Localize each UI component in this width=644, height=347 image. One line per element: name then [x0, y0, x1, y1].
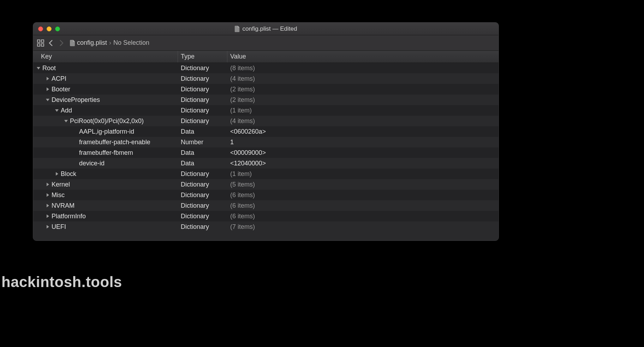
row-value[interactable]: (2 items) — [227, 96, 499, 104]
breadcrumb-file[interactable]: config.plist — [77, 39, 107, 47]
row-type[interactable]: Dictionary — [178, 202, 227, 209]
chevron-right-icon[interactable] — [45, 193, 50, 197]
chevron-right-icon[interactable] — [45, 182, 50, 187]
row-key[interactable]: device-id — [79, 160, 105, 167]
row-key[interactable]: AAPL,ig-platform-id — [79, 128, 134, 135]
chevron-down-icon[interactable] — [54, 108, 59, 113]
table-row[interactable]: ACPIDictionary(4 items) — [33, 73, 499, 84]
row-value[interactable]: <12040000> — [227, 160, 499, 167]
table-row[interactable]: BooterDictionary(2 items) — [33, 84, 499, 95]
row-value[interactable]: (6 items) — [227, 191, 499, 199]
row-value[interactable]: <0600260a> — [227, 128, 499, 135]
row-value[interactable]: 1 — [227, 139, 499, 146]
table-row[interactable]: framebuffer-patch-enableNumber1 — [33, 137, 499, 147]
table-row[interactable]: KernelDictionary(5 items) — [33, 179, 499, 190]
row-type[interactable]: Dictionary — [178, 75, 227, 83]
row-type[interactable]: Data — [178, 149, 227, 157]
row-value[interactable]: (4 items) — [227, 117, 499, 125]
table-row[interactable]: framebuffer-fbmemData<00009000> — [33, 147, 499, 158]
row-value[interactable]: (2 items) — [227, 86, 499, 93]
chevron-down-icon[interactable] — [36, 66, 41, 71]
row-key[interactable]: framebuffer-fbmem — [79, 149, 133, 157]
row-key[interactable]: Root — [42, 65, 56, 72]
row-type[interactable]: Dictionary — [178, 117, 227, 125]
row-type[interactable]: Dictionary — [178, 65, 227, 72]
row-value[interactable]: (1 item) — [227, 170, 499, 178]
svg-marker-15 — [47, 225, 49, 229]
minimize-button[interactable] — [47, 26, 52, 31]
chevron-down-icon[interactable] — [64, 118, 68, 123]
table-row[interactable]: device-idData<12040000> — [33, 158, 499, 169]
row-value[interactable]: (6 items) — [227, 213, 499, 220]
svg-marker-12 — [47, 193, 49, 197]
table-row[interactable]: DevicePropertiesDictionary(2 items) — [33, 95, 499, 105]
row-key[interactable]: DeviceProperties — [52, 96, 100, 104]
row-key[interactable]: Booter — [52, 86, 70, 93]
column-header-value[interactable]: Value — [227, 51, 499, 62]
row-type[interactable]: Data — [178, 128, 227, 135]
row-key[interactable]: Add — [61, 107, 72, 114]
row-key[interactable]: PlatformInfo — [52, 213, 86, 220]
row-type[interactable]: Dictionary — [178, 191, 227, 199]
breadcrumb[interactable]: config.plist › No Selection — [70, 39, 149, 47]
chevron-right-icon[interactable] — [45, 214, 50, 219]
chevron-right-icon[interactable] — [45, 87, 50, 92]
row-value[interactable]: (5 items) — [227, 181, 499, 188]
row-value[interactable]: (4 items) — [227, 75, 499, 83]
table-row[interactable]: RootDictionary(8 items) — [33, 63, 499, 73]
row-key[interactable]: ACPI — [52, 75, 66, 83]
svg-marker-4 — [37, 67, 40, 69]
row-value[interactable]: (8 items) — [227, 65, 499, 72]
row-key[interactable]: Kernel — [52, 181, 70, 188]
breadcrumb-selection[interactable]: No Selection — [113, 39, 149, 47]
row-type[interactable]: Dictionary — [178, 107, 227, 114]
svg-rect-1 — [41, 40, 44, 42]
table-row[interactable]: PlatformInfoDictionary(6 items) — [33, 211, 499, 221]
row-type[interactable]: Number — [178, 139, 227, 146]
window-title: config.plist — Edited — [235, 25, 297, 32]
row-value[interactable]: <00009000> — [227, 149, 499, 157]
titlebar[interactable]: config.plist — Edited — [33, 23, 499, 35]
row-value[interactable]: (7 items) — [227, 223, 499, 231]
row-key[interactable]: UEFI — [52, 223, 66, 231]
row-key[interactable]: NVRAM — [52, 202, 74, 209]
row-key[interactable]: framebuffer-patch-enable — [79, 139, 150, 146]
row-value[interactable]: (6 items) — [227, 202, 499, 209]
svg-rect-2 — [37, 44, 40, 46]
column-header-key[interactable]: Key — [33, 51, 178, 62]
column-header-type[interactable]: Type — [178, 51, 227, 62]
table-row[interactable]: MiscDictionary(6 items) — [33, 190, 499, 200]
nav-back-button[interactable] — [48, 39, 54, 47]
table-row[interactable]: UEFIDictionary(7 items) — [33, 221, 499, 232]
table-header: Key Type Value — [33, 51, 499, 63]
grid-icon[interactable] — [37, 39, 44, 47]
table-row[interactable]: AAPL,ig-platform-idData<0600260a> — [33, 126, 499, 137]
disclosure-spacer — [73, 161, 78, 166]
window-title-text: config.plist — Edited — [243, 25, 297, 32]
zoom-button[interactable] — [55, 26, 60, 31]
row-type[interactable]: Dictionary — [178, 223, 227, 231]
svg-rect-0 — [37, 40, 40, 42]
row-type[interactable]: Dictionary — [178, 213, 227, 220]
row-type[interactable]: Dictionary — [178, 96, 227, 104]
row-type[interactable]: Data — [178, 160, 227, 167]
row-key[interactable]: Misc — [52, 191, 65, 199]
table-row[interactable]: NVRAMDictionary(6 items) — [33, 200, 499, 211]
close-button[interactable] — [38, 26, 43, 31]
document-icon — [70, 40, 75, 46]
table-row[interactable]: AddDictionary(1 item) — [33, 105, 499, 116]
table-padding — [33, 232, 499, 241]
row-value[interactable]: (1 item) — [227, 107, 499, 114]
row-key[interactable]: Block — [61, 170, 76, 178]
table-row[interactable]: PciRoot(0x0)/Pci(0x2,0x0)Dictionary(4 it… — [33, 116, 499, 126]
row-type[interactable]: Dictionary — [178, 170, 227, 178]
chevron-right-icon[interactable] — [45, 224, 50, 229]
chevron-right-icon[interactable] — [45, 76, 50, 81]
chevron-right-icon[interactable] — [54, 171, 59, 176]
chevron-down-icon[interactable] — [45, 97, 50, 102]
row-key[interactable]: PciRoot(0x0)/Pci(0x2,0x0) — [70, 117, 144, 125]
row-type[interactable]: Dictionary — [178, 86, 227, 93]
chevron-right-icon[interactable] — [45, 203, 50, 208]
row-type[interactable]: Dictionary — [178, 181, 227, 188]
table-row[interactable]: BlockDictionary(1 item) — [33, 169, 499, 179]
